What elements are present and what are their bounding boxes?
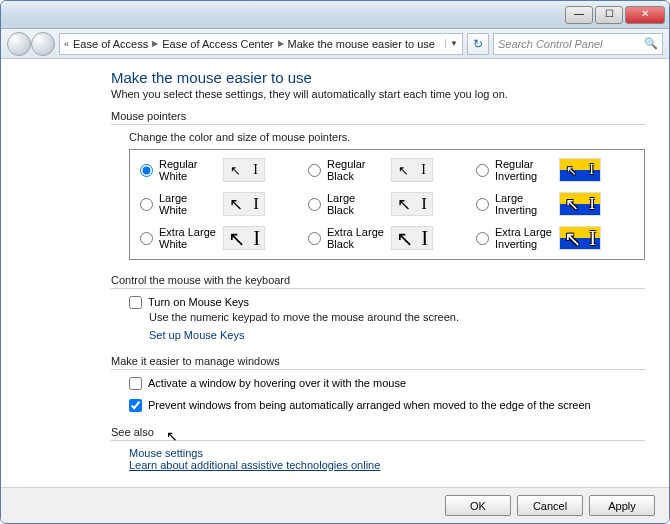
breadcrumb-root-icon[interactable]: «	[64, 39, 69, 49]
pointer-option-regular-inverting[interactable]: Regular Inverting ↖I	[476, 158, 634, 182]
link-assistive-tech[interactable]: Learn about additional assistive technol…	[129, 459, 380, 471]
pointer-preview: ↖I	[223, 226, 265, 250]
chevron-right-icon: ▶	[152, 39, 158, 48]
pointer-option-regular-white[interactable]: Regular White ↖I	[140, 158, 298, 182]
pointer-preview: ↖I	[223, 158, 265, 182]
pointer-preview: ↖I	[223, 192, 265, 216]
radio-large-inverting[interactable]	[476, 198, 489, 211]
pointer-preview: ↖I	[559, 226, 601, 250]
pointer-label: Extra Large White	[159, 226, 217, 250]
radio-regular-inverting[interactable]	[476, 164, 489, 177]
divider	[111, 124, 645, 125]
pointer-option-large-inverting[interactable]: Large Inverting ↖I	[476, 192, 634, 216]
pointer-label: Regular Inverting	[495, 158, 553, 182]
pointer-option-xlarge-inverting[interactable]: Extra Large Inverting ↖I	[476, 226, 634, 250]
pointer-preview: ↖I	[391, 158, 433, 182]
crumb-current[interactable]: Make the mouse easier to use	[288, 38, 435, 50]
pointer-label: Regular Black	[327, 158, 385, 182]
pointer-preview: ↖I	[391, 192, 433, 216]
back-button[interactable]	[7, 32, 31, 56]
divider	[111, 440, 645, 441]
pointer-options-box: Regular White ↖I Regular Black ↖I Regula…	[129, 149, 645, 260]
cancel-button[interactable]: Cancel	[517, 495, 583, 516]
label-activate-hover[interactable]: Activate a window by hovering over it wi…	[148, 376, 406, 390]
pointer-label: Large White	[159, 192, 217, 216]
maximize-button[interactable]: ☐	[595, 6, 623, 24]
label-mouse-keys[interactable]: Turn on Mouse Keys	[148, 295, 249, 309]
titlebar: — ☐ ✕	[1, 1, 669, 29]
mouse-keys-desc: Use the numeric keypad to move the mouse…	[149, 311, 645, 323]
pointer-option-large-black[interactable]: Large Black ↖I	[308, 192, 466, 216]
minimize-button[interactable]: —	[565, 6, 593, 24]
group-manage-windows: Make it easier to manage windows	[111, 355, 645, 367]
link-mouse-settings[interactable]: Mouse settings	[129, 447, 203, 459]
pointer-preview: ↖I	[391, 226, 433, 250]
pointer-option-large-white[interactable]: Large White ↖I	[140, 192, 298, 216]
pointer-label: Large Inverting	[495, 192, 553, 216]
pointer-label: Regular White	[159, 158, 217, 182]
page-title: Make the mouse easier to use	[111, 69, 645, 86]
navbar: « Ease of Access ▶ Ease of Access Center…	[1, 29, 669, 59]
search-input[interactable]: Search Control Panel 🔍	[493, 33, 663, 55]
breadcrumb[interactable]: « Ease of Access ▶ Ease of Access Center…	[59, 33, 463, 55]
radio-regular-black[interactable]	[308, 164, 321, 177]
group-see-also: See also	[111, 426, 645, 438]
group-keyboard-control: Control the mouse with the keyboard	[111, 274, 645, 286]
pointers-hint: Change the color and size of mouse point…	[129, 131, 645, 143]
breadcrumb-dropdown-icon[interactable]: ▼	[445, 39, 458, 48]
crumb-ease-of-access[interactable]: Ease of Access	[73, 38, 148, 50]
window-controls: — ☐ ✕	[563, 6, 669, 24]
forward-button[interactable]	[31, 32, 55, 56]
search-icon: 🔍	[644, 37, 658, 50]
button-bar: OK Cancel Apply	[1, 487, 669, 523]
crumb-ease-center[interactable]: Ease of Access Center	[162, 38, 273, 50]
label-prevent-arrange[interactable]: Prevent windows from being automatically…	[148, 398, 591, 412]
pointer-option-xlarge-black[interactable]: Extra Large Black ↖I	[308, 226, 466, 250]
pointer-preview: ↖I	[559, 158, 601, 182]
chevron-right-icon: ▶	[278, 39, 284, 48]
page-subtitle: When you select these settings, they wil…	[111, 88, 645, 100]
checkbox-activate-hover[interactable]	[129, 377, 142, 390]
divider	[111, 369, 645, 370]
divider	[111, 288, 645, 289]
content-area: Make the mouse easier to use When you se…	[1, 59, 669, 487]
close-button[interactable]: ✕	[625, 6, 665, 24]
ok-button[interactable]: OK	[445, 495, 511, 516]
radio-large-white[interactable]	[140, 198, 153, 211]
pointer-option-regular-black[interactable]: Regular Black ↖I	[308, 158, 466, 182]
radio-large-black[interactable]	[308, 198, 321, 211]
pointer-option-xlarge-white[interactable]: Extra Large White ↖I	[140, 226, 298, 250]
checkbox-mouse-keys[interactable]	[129, 296, 142, 309]
apply-button[interactable]: Apply	[589, 495, 655, 516]
pointer-label: Extra Large Black	[327, 226, 385, 250]
pointer-preview: ↖I	[559, 192, 601, 216]
radio-xlarge-black[interactable]	[308, 232, 321, 245]
link-setup-mouse-keys[interactable]: Set up Mouse Keys	[149, 329, 244, 341]
pointer-label: Large Black	[327, 192, 385, 216]
radio-xlarge-inverting[interactable]	[476, 232, 489, 245]
search-placeholder: Search Control Panel	[498, 38, 603, 50]
group-mouse-pointers: Mouse pointers	[111, 110, 645, 122]
refresh-button[interactable]: ↻	[467, 33, 489, 55]
pointer-label: Extra Large Inverting	[495, 226, 553, 250]
radio-regular-white[interactable]	[140, 164, 153, 177]
radio-xlarge-white[interactable]	[140, 232, 153, 245]
checkbox-prevent-arrange[interactable]	[129, 399, 142, 412]
